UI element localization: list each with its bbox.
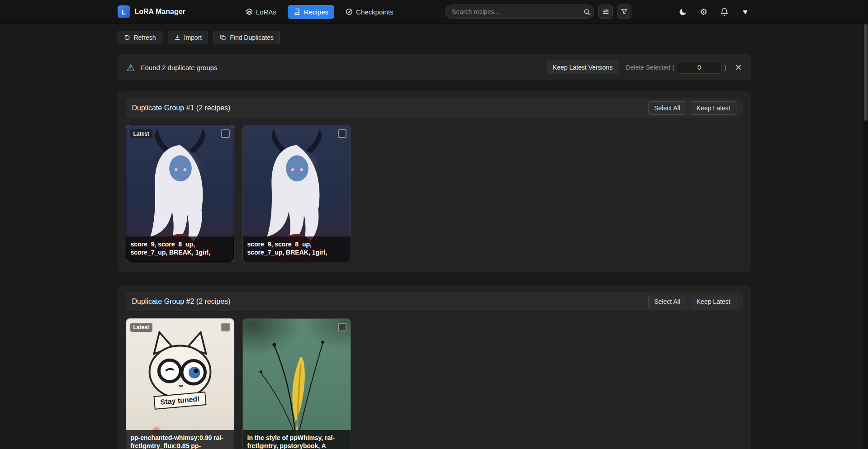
- card-caption: score_9, score_8_up, score_7_up, BREAK, …: [126, 236, 234, 262]
- brand-logo: L: [118, 5, 130, 18]
- recipes-toolbar: Refresh Import Find Duplicates: [118, 31, 751, 44]
- group-2-select-all-button[interactable]: Select All: [648, 295, 686, 308]
- brand[interactable]: L LoRA Manager: [118, 5, 185, 18]
- banner-actions: Keep Latest Versions Delete Selected ( )…: [547, 61, 741, 74]
- filter-button[interactable]: [617, 5, 631, 19]
- moon-icon: [678, 8, 687, 16]
- book-icon: [294, 8, 301, 15]
- keep-latest-versions-button[interactable]: Keep Latest Versions: [547, 61, 618, 74]
- card-checkbox[interactable]: [221, 129, 230, 138]
- main-tabs: LoRAs Recipes Checkpoints: [240, 5, 399, 19]
- recipe-card[interactable]: in the style of ppWhimsy, ral-frctlgmtry…: [242, 318, 351, 449]
- duplicate-group-2-panel: Duplicate Group #2 (2 recipes) Select Al…: [118, 285, 751, 449]
- card-checkbox[interactable]: [221, 323, 230, 331]
- group-1-cards: Latest score_9, score_8_up, score_7_up, …: [126, 125, 743, 262]
- check-circle-icon: [346, 8, 353, 15]
- search-button[interactable]: [581, 6, 592, 17]
- group-2-title: Duplicate Group #2 (2 recipes): [132, 298, 231, 306]
- card-caption: pp-enchanted-whimsy:0.90 ral-frctlgmtry_…: [126, 430, 234, 449]
- group-1-select-all-button[interactable]: Select All: [648, 101, 686, 115]
- recipe-card[interactable]: score_9, score_8_up, score_7_up, BREAK, …: [242, 125, 351, 262]
- tab-checkpoints[interactable]: Checkpoints: [340, 5, 399, 19]
- import-download-icon: [174, 34, 180, 41]
- scrollbar-thumb[interactable]: [864, 24, 868, 121]
- card-checkbox[interactable]: [338, 323, 346, 331]
- warning-icon: ⚠: [127, 63, 135, 72]
- brand-name: LoRA Manager: [135, 8, 185, 16]
- group-1-actions: Select All Keep Latest: [648, 101, 736, 115]
- group-1-keep-latest-button[interactable]: Keep Latest: [691, 101, 736, 115]
- gear-icon: ⚙: [700, 8, 707, 16]
- refresh-button[interactable]: Refresh: [118, 31, 162, 44]
- delete-selected-prefix: Delete Selected (: [626, 64, 674, 71]
- support-button[interactable]: ♥: [740, 6, 751, 17]
- delete-selected-suffix: ): [724, 64, 726, 71]
- import-label: Import: [184, 34, 202, 41]
- refresh-icon: [124, 34, 130, 41]
- navbar-right-icons: ⚙ ♥: [678, 6, 751, 17]
- theme-toggle-button[interactable]: [678, 6, 688, 17]
- card-checkbox[interactable]: [338, 129, 346, 138]
- latest-badge: Latest: [130, 129, 152, 138]
- search-input[interactable]: [445, 5, 594, 19]
- latest-badge: Latest: [130, 323, 152, 332]
- page-scrollbar[interactable]: [863, 0, 868, 449]
- delete-selected-control[interactable]: Delete Selected ( ): [626, 61, 726, 74]
- group-1-title: Duplicate Group #1 (2 recipes): [132, 104, 231, 112]
- group-2-cards: Stay tuned! Latest pp-enchanted-whimsy:0…: [126, 318, 743, 449]
- notifications-button[interactable]: [719, 6, 730, 17]
- card-caption: score_9, score_8_up, score_7_up, BREAK, …: [243, 236, 351, 262]
- group-2-header: Duplicate Group #2 (2 recipes) Select Al…: [126, 292, 743, 311]
- group-1-header: Duplicate Group #1 (2 recipes) Select Al…: [126, 99, 743, 118]
- heart-icon: ♥: [743, 8, 748, 16]
- copy-icon: [220, 34, 226, 41]
- tab-loras-label: LoRAs: [256, 8, 276, 16]
- layers-icon: [246, 8, 253, 15]
- recipe-card[interactable]: Latest score_9, score_8_up, score_7_up, …: [126, 125, 234, 262]
- bell-icon: [720, 8, 729, 16]
- tab-recipes[interactable]: Recipes: [288, 5, 334, 19]
- find-duplicates-button[interactable]: Find Duplicates: [213, 31, 280, 44]
- tab-loras[interactable]: LoRAs: [240, 5, 282, 19]
- navbar-inner: L LoRA Manager LoRAs Recipes Checkpoints: [118, 5, 751, 19]
- search-icon: [583, 9, 590, 15]
- duplicate-group-1-panel: Duplicate Group #1 (2 recipes) Select Al…: [118, 91, 751, 272]
- tab-recipes-label: Recipes: [304, 8, 328, 16]
- banner-message-wrap: ⚠ Found 2 duplicate groups: [127, 63, 218, 72]
- card-caption: in the style of ppWhimsy, ral-frctlgmtry…: [243, 430, 351, 449]
- refresh-label: Refresh: [134, 34, 156, 41]
- duplicates-banner: ⚠ Found 2 duplicate groups Keep Latest V…: [118, 54, 751, 80]
- banner-close-button[interactable]: ×: [735, 62, 741, 73]
- search-bar: [445, 5, 594, 19]
- find-duplicates-label: Find Duplicates: [230, 34, 274, 41]
- top-navbar: L LoRA Manager LoRAs Recipes Checkpoints: [0, 0, 868, 24]
- banner-message: Found 2 duplicate groups: [141, 64, 217, 71]
- recipe-card[interactable]: Stay tuned! Latest pp-enchanted-whimsy:0…: [126, 318, 234, 449]
- group-2-actions: Select All Keep Latest: [648, 295, 736, 308]
- import-button[interactable]: Import: [168, 31, 209, 44]
- delete-count-input[interactable]: [677, 61, 722, 74]
- group-2-keep-latest-button[interactable]: Keep Latest: [691, 295, 736, 308]
- sliders-icon: [602, 8, 609, 15]
- funnel-icon: [621, 8, 628, 15]
- tab-checkpoints-label: Checkpoints: [356, 8, 394, 16]
- sort-options-button[interactable]: [598, 5, 613, 19]
- settings-button[interactable]: ⚙: [698, 6, 709, 17]
